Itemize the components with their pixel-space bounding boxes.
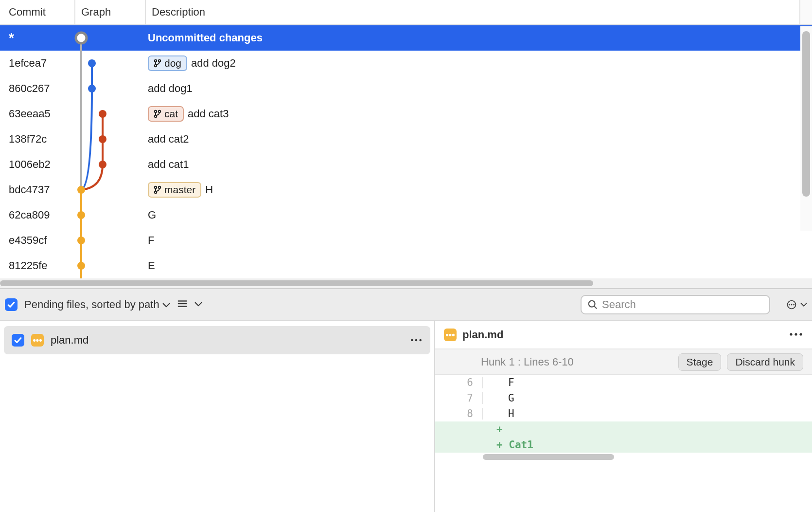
- pending-files-toolbar: Pending files, sorted by path Search: [0, 289, 812, 321]
- commit-hash: 1efcea7: [0, 57, 75, 70]
- column-header-graph[interactable]: Graph: [75, 0, 146, 24]
- diff-line-added[interactable]: + Cat1: [435, 437, 812, 453]
- diff-line-content: G: [483, 392, 514, 404]
- commit-message: add cat1: [148, 158, 189, 171]
- scrollbar-thumb[interactable]: [802, 31, 810, 197]
- file-stage-checkbox[interactable]: [12, 334, 24, 347]
- commit-row-uncommitted[interactable]: * Uncommitted changes: [0, 25, 812, 51]
- branch-tag-dog[interactable]: dog: [148, 55, 187, 71]
- svg-line-25: [594, 306, 597, 309]
- commit-row[interactable]: e4359cfF: [0, 228, 812, 253]
- lower-split: ••• plan.md ••• plan.md Hunk 1 : Lines 6…: [0, 321, 812, 512]
- diff-line-context[interactable]: 8H: [435, 406, 812, 421]
- commit-list-vertical-scrollbar[interactable]: [800, 26, 812, 231]
- diff-line-context[interactable]: 6F: [435, 375, 812, 390]
- svg-point-35: [799, 333, 802, 335]
- svg-point-18: [155, 186, 157, 188]
- scrollbar-thumb[interactable]: [0, 280, 593, 286]
- diff-line-content: F: [483, 377, 514, 388]
- svg-point-27: [789, 304, 790, 306]
- commit-row[interactable]: 63eeaa5catadd cat3: [0, 101, 812, 127]
- file-item[interactable]: ••• plan.md: [4, 326, 430, 354]
- commit-message: Uncommitted changes: [148, 32, 263, 44]
- svg-point-30: [411, 339, 413, 342]
- commit-message: add cat3: [188, 108, 229, 120]
- commit-message: G: [148, 209, 156, 221]
- file-status-modified-icon: •••: [444, 329, 457, 341]
- commit-hash: 81225fe: [0, 259, 75, 272]
- svg-point-31: [415, 339, 418, 342]
- svg-point-12: [155, 60, 157, 62]
- diff-body[interactable]: 6F7G8H+ + Cat1: [435, 375, 812, 453]
- diff-pane: ••• plan.md Hunk 1 : Lines 6-10 Stage Di…: [435, 321, 812, 512]
- branch-tag-label: dog: [164, 57, 181, 69]
- commit-message: add cat2: [148, 133, 189, 146]
- diff-header: ••• plan.md: [435, 321, 812, 349]
- diff-line-number: 7: [435, 392, 483, 404]
- commit-hash: 138f72c: [0, 133, 75, 146]
- svg-point-24: [589, 301, 595, 307]
- svg-point-33: [790, 333, 792, 335]
- branch-tag-label: cat: [164, 108, 178, 120]
- diff-horizontal-scrollbar[interactable]: [483, 453, 812, 461]
- svg-point-13: [155, 65, 157, 67]
- commit-hash: *: [0, 30, 75, 46]
- diff-line-content: + Cat1: [483, 439, 533, 451]
- commit-hash: e4359cf: [0, 234, 75, 247]
- column-header-scroll-gutter: [799, 0, 812, 24]
- branch-tag-master[interactable]: master: [148, 182, 201, 198]
- commit-row[interactable]: 1006eb2add cat1: [0, 152, 812, 177]
- commit-message: add dog2: [191, 57, 236, 70]
- commit-list-horizontal-scrollbar[interactable]: [0, 278, 812, 288]
- commit-row[interactable]: 62ca809G: [0, 202, 812, 228]
- diff-line-added[interactable]: +: [435, 421, 812, 437]
- branch-tag-cat[interactable]: cat: [148, 106, 184, 122]
- commit-row[interactable]: 1efcea7dogadd dog2: [0, 51, 812, 76]
- file-item-more-button[interactable]: [410, 336, 423, 345]
- commit-hash: 1006eb2: [0, 158, 75, 171]
- svg-point-29: [793, 304, 794, 306]
- commit-message: H: [205, 183, 213, 196]
- chevron-down-icon: [162, 298, 170, 311]
- commit-columns-header: Commit Graph Description: [0, 0, 812, 25]
- hunk-header: Hunk 1 : Lines 6-10 Stage Discard hunk: [435, 349, 812, 375]
- diff-file-name: plan.md: [462, 329, 783, 341]
- file-status-modified-icon: •••: [31, 334, 44, 347]
- commit-rows: * Uncommitted changes 1efcea7dogadd dog2…: [0, 25, 812, 278]
- commit-row[interactable]: 81225feE: [0, 253, 812, 278]
- commit-row[interactable]: 138f72cadd cat2: [0, 127, 812, 152]
- pending-files-dropdown[interactable]: Pending files, sorted by path: [24, 298, 170, 311]
- svg-point-17: [159, 110, 160, 112]
- commit-message: add dog1: [148, 82, 193, 95]
- diff-line-content: H: [483, 408, 514, 420]
- commit-hash: 63eeaa5: [0, 108, 75, 120]
- diff-line-context[interactable]: 7G: [435, 390, 812, 406]
- svg-point-32: [419, 339, 422, 342]
- search-icon: [587, 299, 598, 310]
- view-mode-dropdown[interactable]: [177, 299, 188, 310]
- select-all-checkbox[interactable]: [5, 298, 18, 311]
- diff-line-content: +: [483, 423, 503, 435]
- commit-message: E: [148, 259, 155, 272]
- commit-hash: 860c267: [0, 82, 75, 95]
- svg-point-16: [155, 115, 157, 117]
- commit-history-pane: Commit Graph Description: [0, 0, 812, 289]
- commit-message: F: [148, 234, 154, 247]
- scrollbar-thumb[interactable]: [483, 454, 614, 460]
- branch-tag-label: master: [164, 184, 195, 196]
- diff-more-button[interactable]: [789, 330, 803, 339]
- commit-row[interactable]: bdc4737masterH: [0, 177, 812, 202]
- column-header-commit[interactable]: Commit: [0, 0, 75, 24]
- column-header-description[interactable]: Description: [146, 0, 799, 24]
- svg-point-20: [159, 186, 160, 188]
- pending-files-label: Pending files, sorted by path: [24, 298, 159, 311]
- search-placeholder: Search: [602, 298, 636, 311]
- hunk-label: Hunk 1 : Lines 6-10: [444, 356, 672, 368]
- search-input[interactable]: Search: [581, 295, 770, 314]
- discard-hunk-button[interactable]: Discard hunk: [727, 353, 803, 371]
- svg-point-15: [155, 110, 157, 112]
- toolbar-more-menu[interactable]: [785, 300, 807, 310]
- commit-row[interactable]: 860c267add dog1: [0, 76, 812, 101]
- svg-point-19: [155, 191, 157, 193]
- stage-hunk-button[interactable]: Stage: [678, 353, 722, 371]
